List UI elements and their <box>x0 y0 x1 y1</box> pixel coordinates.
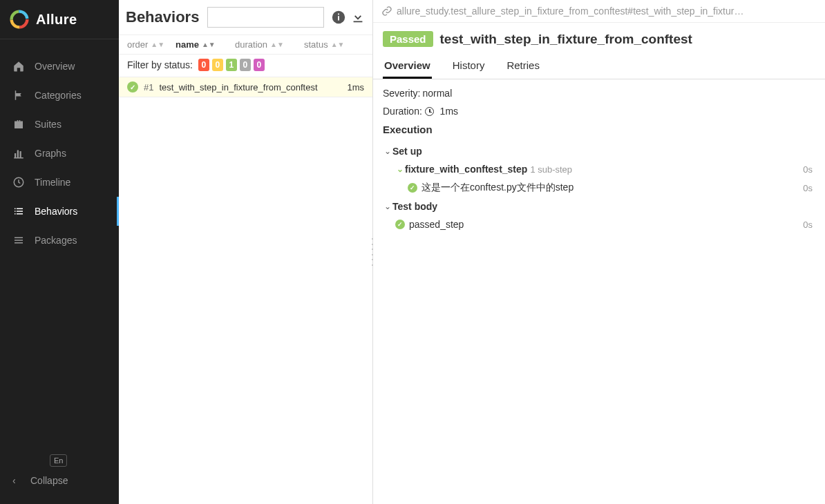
status-badge: Passed <box>383 31 433 47</box>
nav-label: Categories <box>35 90 106 101</box>
nav-label: Graphs <box>35 148 106 159</box>
filter-failed-badge[interactable]: 0 <box>198 59 209 71</box>
sort-status[interactable]: status▲▼ <box>304 39 352 50</box>
sidebar-item-suites[interactable]: Suites <box>0 110 119 139</box>
svg-rect-6 <box>338 16 339 20</box>
home-icon <box>12 60 25 72</box>
title-row: Passed test_with_step_in_fixture_from_co… <box>373 23 825 50</box>
allure-logo-icon <box>10 10 29 29</box>
behaviors-header: Behaviors <box>119 0 372 35</box>
brand-name: Allure <box>36 12 77 28</box>
sort-name[interactable]: name▲▼ <box>176 39 231 50</box>
nav: Overview Categories Suites Graphs Timeli… <box>0 39 119 449</box>
sidebar-footer: En ‹ Collapse <box>0 449 119 504</box>
nav-label: Behaviors <box>35 206 104 217</box>
tab-retries[interactable]: Retries <box>505 54 541 79</box>
setup-header[interactable]: ⌄ Set up <box>383 142 815 160</box>
test-detail-panel: allure_study.test_allure_step_in_fixture… <box>373 0 825 504</box>
flag-icon <box>12 89 25 101</box>
language-selector[interactable]: En <box>50 454 67 467</box>
tab-history[interactable]: History <box>451 54 486 79</box>
body-header[interactable]: ⌄ Test body <box>383 197 815 215</box>
filter-broken-badge[interactable]: 0 <box>212 59 223 71</box>
status-passed-icon: ✓ <box>127 81 138 93</box>
filter-label: Filter by status: <box>127 59 193 70</box>
sidebar-item-behaviors[interactable]: Behaviors <box>0 197 119 226</box>
status-passed-icon: ✓ <box>408 183 417 193</box>
search-input[interactable] <box>207 7 324 28</box>
panel-resize-grip[interactable] <box>370 238 375 266</box>
filter-passed-badge[interactable]: 1 <box>226 59 237 71</box>
duration-line: Duration: 1ms <box>383 106 815 117</box>
chevron-down-icon: ⌄ <box>383 202 392 211</box>
brand: Allure <box>0 0 119 39</box>
details: Severity:normal Duration: 1ms Execution … <box>373 79 825 242</box>
behaviors-panel: Behaviors order▲▼ name▲▼ duration▲▼ stat… <box>119 0 373 504</box>
download-icon[interactable] <box>350 10 366 25</box>
sidebar-item-packages[interactable]: Packages <box>0 226 119 255</box>
nav-label: Overview <box>35 61 106 72</box>
severity-line: Severity:normal <box>383 88 815 99</box>
sidebar-item-timeline[interactable]: Timeline <box>0 168 119 197</box>
test-row[interactable]: ✓ #1 test_with_step_in_fixture_from_conf… <box>119 77 372 97</box>
link-icon[interactable] <box>381 6 392 17</box>
sidebar-item-overview[interactable]: Overview <box>0 52 119 81</box>
setup-step[interactable]: ⌄ fixture_with_conftest_step 1 sub-step … <box>383 160 815 178</box>
detail-tabs: Overview History Retries <box>373 50 825 79</box>
nav-label: Packages <box>35 235 106 246</box>
breadcrumb: allure_study.test_allure_step_in_fixture… <box>373 0 825 23</box>
behaviors-title: Behaviors <box>126 8 199 26</box>
test-duration: 1ms <box>347 82 364 93</box>
nav-label: Suites <box>35 119 106 130</box>
clock-icon <box>12 176 25 188</box>
list-icon <box>12 205 25 217</box>
nav-label: Timeline <box>35 177 106 188</box>
svg-rect-7 <box>338 14 339 15</box>
briefcase-icon <box>12 118 25 130</box>
test-number: #1 <box>144 82 153 93</box>
sidebar: Allure Overview Categories Suites Graphs <box>0 0 119 504</box>
sort-duration[interactable]: duration▲▼ <box>235 39 300 50</box>
body-step[interactable]: ✓ passed_step 0s <box>383 215 815 233</box>
filter-skipped-badge[interactable]: 0 <box>240 59 251 71</box>
test-name: test_with_step_in_fixture_from_conftest <box>159 82 341 93</box>
layers-icon <box>12 234 25 246</box>
chevron-down-icon: ⌄ <box>383 146 392 156</box>
breadcrumb-text: allure_study.test_allure_step_in_fixture… <box>397 6 743 17</box>
collapse-label: Collapse <box>30 475 68 486</box>
sidebar-item-graphs[interactable]: Graphs <box>0 139 119 168</box>
info-icon[interactable] <box>331 10 346 25</box>
status-passed-icon: ✓ <box>395 220 405 229</box>
sidebar-item-categories[interactable]: Categories <box>0 81 119 110</box>
page-title: test_with_step_in_fixture_from_conftest <box>440 32 692 47</box>
bar-chart-icon <box>12 147 25 159</box>
sort-row: order▲▼ name▲▼ duration▲▼ status▲▼ <box>119 35 372 55</box>
clock-icon <box>425 107 434 116</box>
filter-row: Filter by status: 0 0 1 0 0 <box>119 55 372 77</box>
setup-sub-step[interactable]: ✓ 这是一个在conftest.py文件中的step 0s <box>383 178 815 197</box>
execution-header: Execution <box>383 124 815 135</box>
tab-overview[interactable]: Overview <box>383 54 432 79</box>
filter-unknown-badge[interactable]: 0 <box>254 59 265 71</box>
chevron-left-icon: ‹ <box>12 475 21 486</box>
collapse-button[interactable]: ‹ Collapse <box>0 467 119 494</box>
chevron-down-icon: ⌄ <box>395 164 405 174</box>
sort-order[interactable]: order▲▼ <box>127 39 171 50</box>
